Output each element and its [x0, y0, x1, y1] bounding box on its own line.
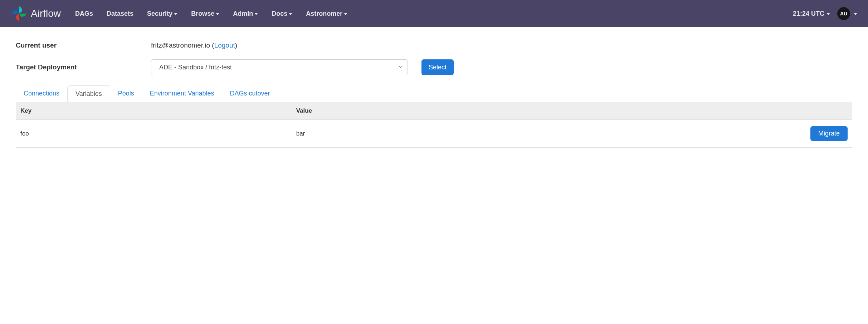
- nav-item-browse[interactable]: Browse: [191, 10, 219, 18]
- caret-down-icon: [344, 13, 347, 15]
- caret-down-icon: [254, 13, 258, 15]
- nav-item-security[interactable]: Security: [147, 10, 177, 18]
- current-user-email: fritz@astronomer.io: [151, 41, 210, 49]
- nav-item-label: Browse: [191, 10, 214, 18]
- paren-close: ): [235, 41, 237, 49]
- brand-text: Airflow: [31, 8, 61, 19]
- th-value: Value: [292, 102, 806, 120]
- logout-link[interactable]: Logout: [214, 41, 235, 49]
- caret-down-icon: [289, 13, 292, 15]
- nav-item-label: Astronomer: [306, 10, 342, 18]
- tab-pools[interactable]: Pools: [110, 85, 142, 102]
- page-content: Current user fritz@astronomer.io ( Logou…: [0, 27, 868, 162]
- th-key: Key: [16, 102, 292, 120]
- caret-down-icon: [216, 13, 219, 15]
- clock-text: 21:24 UTC: [793, 10, 824, 18]
- target-deployment-controls: ADE - Sandbox / fritz-test Select: [151, 59, 454, 75]
- target-deployment-select[interactable]: ADE - Sandbox / fritz-test: [151, 59, 408, 75]
- nav-item-label: Security: [147, 10, 172, 18]
- current-user-row: Current user fritz@astronomer.io ( Logou…: [16, 41, 852, 49]
- nav-right: 21:24 UTC AU: [793, 7, 857, 20]
- nav-item-label: Admin: [233, 10, 253, 18]
- table-header-row: Key Value: [16, 102, 852, 120]
- tab-environment-variables[interactable]: Environment Variables: [142, 85, 222, 102]
- current-user-label: Current user: [16, 41, 151, 49]
- tab-connections[interactable]: Connections: [16, 85, 67, 102]
- th-action: [806, 102, 852, 120]
- clock[interactable]: 21:24 UTC: [793, 10, 830, 18]
- user-menu[interactable]: AU: [837, 7, 857, 20]
- top-navbar: Airflow DAGs Datasets Security Browse Ad…: [0, 0, 868, 27]
- nav-item-label: Docs: [272, 10, 287, 18]
- nav-links: DAGs Datasets Security Browse Admin Docs…: [75, 10, 793, 18]
- target-deployment-row: Target Deployment ADE - Sandbox / fritz-…: [16, 59, 852, 75]
- tabs: Connections Variables Pools Environment …: [16, 85, 852, 102]
- nav-item-datasets[interactable]: Datasets: [107, 10, 133, 18]
- nav-item-dags[interactable]: DAGs: [75, 10, 93, 18]
- paren-open: (: [210, 41, 214, 49]
- nav-item-label: Datasets: [107, 10, 133, 18]
- avatar-initials: AU: [840, 11, 847, 16]
- cell-value: bar: [292, 120, 806, 148]
- brand[interactable]: Airflow: [11, 5, 61, 22]
- tab-dags-cutover[interactable]: DAGs cutover: [222, 85, 278, 102]
- caret-down-icon: [826, 13, 830, 15]
- avatar: AU: [837, 7, 850, 20]
- migrate-button[interactable]: Migrate: [810, 126, 848, 141]
- caret-down-icon: [174, 13, 177, 15]
- caret-down-icon: [854, 13, 857, 15]
- select-button[interactable]: Select: [421, 59, 454, 75]
- current-user-value: fritz@astronomer.io ( Logout ): [151, 41, 237, 49]
- nav-item-docs[interactable]: Docs: [272, 10, 292, 18]
- target-deployment-select-wrap: ADE - Sandbox / fritz-test: [151, 59, 408, 75]
- table-row: foo bar Migrate: [16, 120, 852, 148]
- nav-item-label: DAGs: [75, 10, 93, 18]
- tab-variables[interactable]: Variables: [67, 85, 110, 102]
- nav-item-admin[interactable]: Admin: [233, 10, 258, 18]
- cell-key: foo: [16, 120, 292, 148]
- cell-action: Migrate: [806, 120, 852, 148]
- target-deployment-label: Target Deployment: [16, 63, 151, 71]
- nav-item-astronomer[interactable]: Astronomer: [306, 10, 347, 18]
- airflow-pinwheel-icon: [11, 5, 27, 22]
- variables-table: Key Value foo bar Migrate: [16, 102, 852, 148]
